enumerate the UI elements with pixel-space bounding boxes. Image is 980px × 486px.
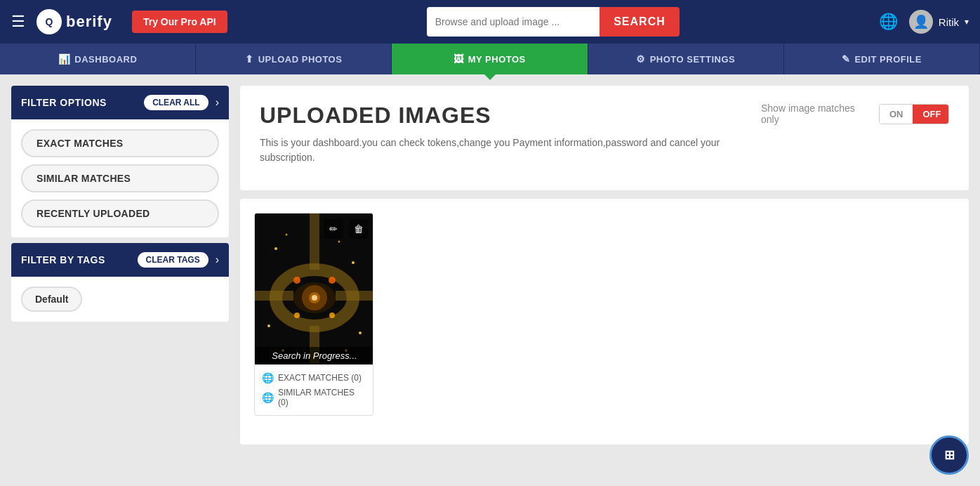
toggle-row: Show image matches only ON OFF: [761, 103, 949, 125]
exact-matches-filter[interactable]: EXACT MATCHES: [21, 129, 219, 157]
tab-upload-photos-label: UPLOAD PHOTOS: [258, 54, 343, 65]
svg-point-13: [352, 261, 355, 264]
svg-rect-5: [255, 291, 293, 301]
hamburger-icon[interactable]: ☰: [11, 13, 25, 31]
chevron-down-icon: ▾: [965, 17, 969, 27]
similar-matches-row[interactable]: 🌐 SIMILAR MATCHES (0): [262, 386, 366, 409]
image-status: Search in Progress...: [255, 347, 373, 364]
search-button[interactable]: SEARCH: [600, 7, 680, 37]
clear-tags-button[interactable]: CLEAR TAGS: [138, 252, 208, 268]
search-bar: SEARCH: [427, 7, 680, 37]
similar-matches-filter[interactable]: SIMILAR MATCHES: [21, 164, 219, 192]
avatar: 👤: [909, 10, 933, 34]
exact-matches-label: EXACT MATCHES (0): [278, 373, 362, 383]
logo-text: berify: [66, 13, 112, 31]
svg-point-15: [359, 331, 362, 334]
bottom-badge-icon: ⊞: [944, 447, 955, 463]
tab-my-photos-label: MY PHOTOS: [468, 54, 526, 65]
dashboard-icon: 📊: [58, 53, 71, 65]
image-actions: ✏ 🗑: [324, 219, 369, 239]
pro-api-button[interactable]: Try Our Pro API: [132, 11, 227, 33]
tab-edit-profile-label: EDIT PROFILE: [854, 54, 922, 65]
filter-by-tags-section: FILTER BY TAGS CLEAR TAGS › Default: [11, 243, 229, 322]
filter-options-header: FILTER OPTIONS CLEAR ALL ›: [11, 86, 229, 119]
tab-dashboard-label: DASHBOARD: [74, 54, 137, 65]
svg-rect-6: [336, 291, 373, 301]
user-area[interactable]: 👤 Ritik ▾: [909, 10, 969, 34]
tab-photo-settings[interactable]: ⚙ PHOTO SETTINGS: [588, 44, 784, 74]
svg-point-14: [267, 324, 270, 327]
tab-my-photos[interactable]: 🖼 MY PHOTOS: [392, 44, 588, 74]
image-grid: ✏ 🗑 Search in Progress... 🌐 EXACT MATCHE…: [254, 213, 955, 416]
svg-point-10: [294, 313, 300, 318]
photos-icon: 🖼: [453, 53, 464, 65]
tab-upload-photos[interactable]: ⬆ UPLOAD PHOTOS: [196, 44, 392, 74]
settings-icon: ⚙: [636, 53, 646, 65]
tab-photo-settings-label: PHOTO SETTINGS: [650, 54, 736, 65]
content-area: UPLOADED IMAGES This is your dashboard.y…: [240, 86, 969, 475]
main-layout: FILTER OPTIONS CLEAR ALL › EXACT MATCHES…: [0, 74, 980, 486]
bottom-badge[interactable]: ⊞: [929, 435, 969, 475]
header-left: ☰ Q berify Try Our Pro API: [11, 9, 227, 34]
filter-by-tags-header: FILTER BY TAGS CLEAR TAGS ›: [11, 243, 229, 277]
filter-options-title: FILTER OPTIONS: [21, 97, 137, 108]
recently-uploaded-filter[interactable]: RECENTLY UPLOADED: [21, 199, 219, 228]
header-search: SEARCH: [227, 7, 879, 37]
svg-point-21: [309, 292, 320, 303]
uploaded-info: UPLOADED IMAGES This is your dashboard.y…: [260, 103, 761, 176]
image-thumbnail-wrap: ✏ 🗑 Search in Progress...: [255, 214, 373, 364]
header-right: 🌐 👤 Ritik ▾: [879, 10, 969, 34]
filter-options-list: EXACT MATCHES SIMILAR MATCHES RECENTLY U…: [11, 119, 229, 237]
similar-matches-icon: 🌐: [262, 392, 274, 403]
tab-dashboard[interactable]: 📊 DASHBOARD: [0, 44, 196, 74]
exact-matches-row[interactable]: 🌐 EXACT MATCHES (0): [262, 370, 366, 386]
svg-point-12: [274, 247, 277, 250]
toggle-off-button[interactable]: OFF: [913, 105, 949, 124]
images-card: ✏ 🗑 Search in Progress... 🌐 EXACT MATCHE…: [240, 199, 969, 445]
filter-options-arrow-icon[interactable]: ›: [216, 96, 219, 109]
svg-point-17: [338, 241, 340, 243]
svg-point-11: [329, 313, 335, 318]
username: Ritik: [939, 16, 959, 28]
page-description: This is your dashboard.you can check tok…: [260, 136, 761, 165]
edit-icon: ✎: [842, 53, 851, 65]
page-title: UPLOADED IMAGES: [260, 103, 761, 129]
globe-icon[interactable]: 🌐: [879, 13, 898, 31]
upload-icon: ⬆: [245, 53, 254, 65]
svg-point-9: [329, 277, 336, 284]
svg-rect-3: [310, 214, 319, 270]
list-item: ✏ 🗑 Search in Progress... 🌐 EXACT MATCHE…: [254, 213, 373, 416]
toggle-switch: ON OFF: [879, 104, 949, 124]
search-input[interactable]: [427, 7, 600, 37]
sidebar: FILTER OPTIONS CLEAR ALL › EXACT MATCHES…: [11, 86, 229, 475]
tags-list: Default: [11, 277, 229, 322]
edit-image-button[interactable]: ✏: [324, 219, 343, 239]
svg-point-16: [286, 234, 288, 236]
filter-options-section: FILTER OPTIONS CLEAR ALL › EXACT MATCHES…: [11, 86, 229, 237]
similar-matches-label: SIMILAR MATCHES (0): [278, 388, 366, 407]
uploaded-images-card: UPLOADED IMAGES This is your dashboard.y…: [240, 86, 969, 190]
svg-point-8: [293, 277, 300, 284]
default-tag[interactable]: Default: [21, 287, 82, 312]
delete-image-button[interactable]: 🗑: [349, 219, 369, 239]
nav-tabs: 📊 DASHBOARD ⬆ UPLOAD PHOTOS 🖼 MY PHOTOS …: [0, 44, 980, 74]
clear-all-button[interactable]: CLEAR ALL: [144, 95, 208, 110]
toggle-label: Show image matches only: [761, 103, 872, 125]
tab-edit-profile[interactable]: ✎ EDIT PROFILE: [784, 44, 980, 74]
logo-icon: Q: [37, 9, 62, 34]
logo-wrap: Q berify: [37, 9, 112, 34]
toggle-on-button[interactable]: ON: [880, 105, 913, 124]
filter-by-tags-title: FILTER BY TAGS: [21, 254, 131, 265]
header: ☰ Q berify Try Our Pro API SEARCH 🌐 👤 Ri…: [0, 0, 980, 44]
filter-tags-arrow-icon[interactable]: ›: [216, 254, 219, 266]
image-meta: 🌐 EXACT MATCHES (0) 🌐 SIMILAR MATCHES (0…: [255, 364, 373, 415]
exact-matches-icon: 🌐: [262, 372, 274, 383]
